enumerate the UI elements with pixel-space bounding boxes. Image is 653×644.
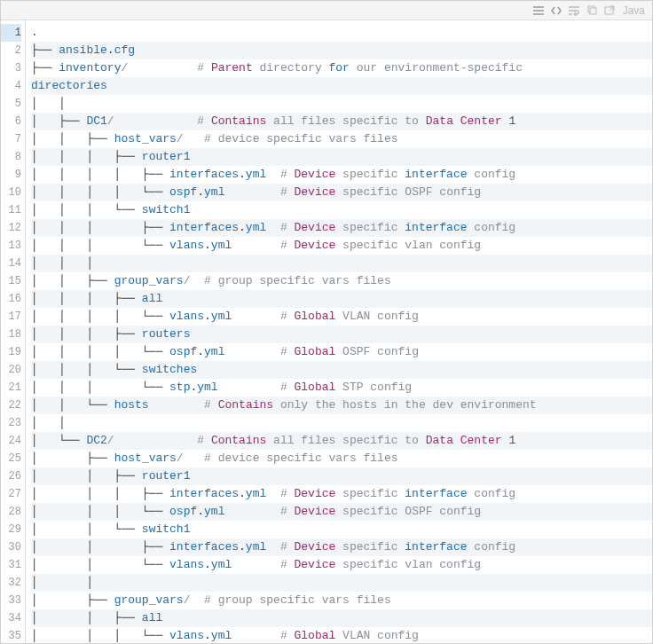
line-number: 6 [1, 113, 21, 130]
code-line[interactable]: │ │ │ └── ospf.yml # Device specific OSP… [31, 503, 652, 521]
line-number: 24 [1, 432, 21, 450]
code-line[interactable]: │ ├── group_vars/ # group specific vars … [31, 592, 652, 609]
popout-icon[interactable] [602, 4, 618, 18]
line-number: 15 [1, 272, 21, 290]
line-number: 27 [1, 485, 21, 503]
code-line[interactable]: │ ├── host_vars/ # device specific vars … [31, 450, 652, 467]
line-number: 23 [1, 414, 21, 432]
code-line[interactable]: │ │ └── vlans.yml # Device specific vlan… [31, 556, 652, 574]
line-number: 16 [1, 290, 21, 308]
line-number: 18 [1, 326, 21, 343]
code-line[interactable]: │ │ │ ├── router1 [31, 148, 652, 166]
line-number: 10 [1, 184, 21, 201]
language-label[interactable]: Java [619, 4, 649, 17]
line-number: 2 [1, 42, 21, 59]
line-number: 8 [1, 148, 21, 166]
line-number: 29 [1, 521, 21, 538]
code-line[interactable]: ├── inventory/ # Parent directory for ou… [31, 59, 652, 77]
line-number: 13 [1, 237, 21, 255]
code-line[interactable]: │ │ ├── group_vars/ # group specific var… [31, 272, 652, 290]
line-number: 7 [1, 130, 21, 148]
editor-window: Java 12345678910111213141516171819202122… [0, 0, 653, 644]
code-line[interactable]: │ │ │ │ └── ospf.yml # Global OSPF confi… [31, 343, 652, 361]
code-line[interactable]: │ │ │ ├── routers [31, 326, 652, 343]
copy-icon[interactable] [584, 4, 600, 18]
code-line[interactable]: directories [31, 77, 652, 95]
line-number: 11 [1, 201, 21, 219]
code-line[interactable]: │ │ │ └── switches [31, 361, 652, 379]
line-number: 21 [1, 379, 21, 397]
svg-rect-1 [590, 8, 596, 14]
code-line[interactable]: │ │ │ └── switch1 [31, 201, 652, 219]
code-line[interactable]: │ │ ├── router1 [31, 467, 652, 485]
line-number: 32 [1, 574, 21, 592]
line-number: 19 [1, 343, 21, 361]
code-line[interactable]: │ │ │ ├── all [31, 290, 652, 308]
line-number: 20 [1, 361, 21, 379]
line-number: 33 [1, 592, 21, 609]
code-line[interactable]: │ │ [31, 414, 652, 432]
line-number: 35 [1, 627, 21, 643]
line-gutter: 1234567891011121314151617181920212223242… [1, 20, 26, 643]
line-number: 31 [1, 556, 21, 574]
line-number: 28 [1, 503, 21, 521]
line-number: 34 [1, 609, 21, 627]
code-line[interactable]: │ ├── DC1/ # Contains all files specific… [31, 113, 652, 130]
code-line[interactable]: │ │ │ └── vlans.yml # Device specific vl… [31, 237, 652, 255]
editor-body: 1234567891011121314151617181920212223242… [1, 20, 652, 643]
line-number: 9 [1, 166, 21, 184]
code-line[interactable]: │ │ │ │ └── vlans.yml # Global VLAN conf… [31, 308, 652, 326]
line-number: 3 [1, 59, 21, 77]
lines-icon[interactable] [531, 4, 547, 18]
line-number: 25 [1, 450, 21, 467]
code-line[interactable]: │ │ │ │ └── ospf.yml # Device specific O… [31, 184, 652, 201]
code-line[interactable]: │ │ [31, 95, 652, 113]
wrap-icon[interactable] [566, 4, 582, 18]
editor-toolbar: Java [1, 1, 652, 20]
line-number: 26 [1, 467, 21, 485]
line-number: 5 [1, 95, 21, 113]
code-line[interactable]: │ └── DC2/ # Contains all files specific… [31, 432, 652, 450]
line-number: 1 [1, 24, 21, 42]
code-line[interactable]: │ │ └── hosts # Contains only the hosts … [31, 397, 652, 414]
line-number: 17 [1, 308, 21, 326]
code-line[interactable]: │ │ └── switch1 [31, 521, 652, 538]
line-number: 22 [1, 397, 21, 414]
code-line[interactable]: │ │ │ [31, 255, 652, 272]
code-line[interactable]: │ │ [31, 574, 652, 592]
code-line[interactable]: ├── ansible.cfg [31, 42, 652, 59]
code-line[interactable]: │ │ ├── host_vars/ # device specific var… [31, 130, 652, 148]
code-area[interactable]: .├── ansible.cfg├── inventory/ # Parent … [26, 20, 652, 643]
code-line[interactable]: │ │ │ ├── interfaces.yml # Device specif… [31, 485, 652, 503]
code-icon[interactable] [548, 4, 564, 18]
code-line[interactable]: . [31, 24, 652, 42]
line-number: 14 [1, 255, 21, 272]
line-number: 30 [1, 538, 21, 556]
code-line[interactable]: │ │ │ ├── interfaces.yml # Device specif… [31, 219, 652, 237]
code-line[interactable]: │ │ │ └── vlans.yml # Global VLAN config [31, 627, 652, 643]
code-line[interactable]: │ │ │ └── stp.yml # Global STP config [31, 379, 652, 397]
line-number: 12 [1, 219, 21, 237]
code-line[interactable]: │ │ │ │ ├── interfaces.yml # Device spec… [31, 166, 652, 184]
line-number: 4 [1, 77, 21, 95]
code-line[interactable]: │ │ ├── interfaces.yml # Device specific… [31, 538, 652, 556]
code-line[interactable]: │ │ ├── all [31, 609, 652, 627]
